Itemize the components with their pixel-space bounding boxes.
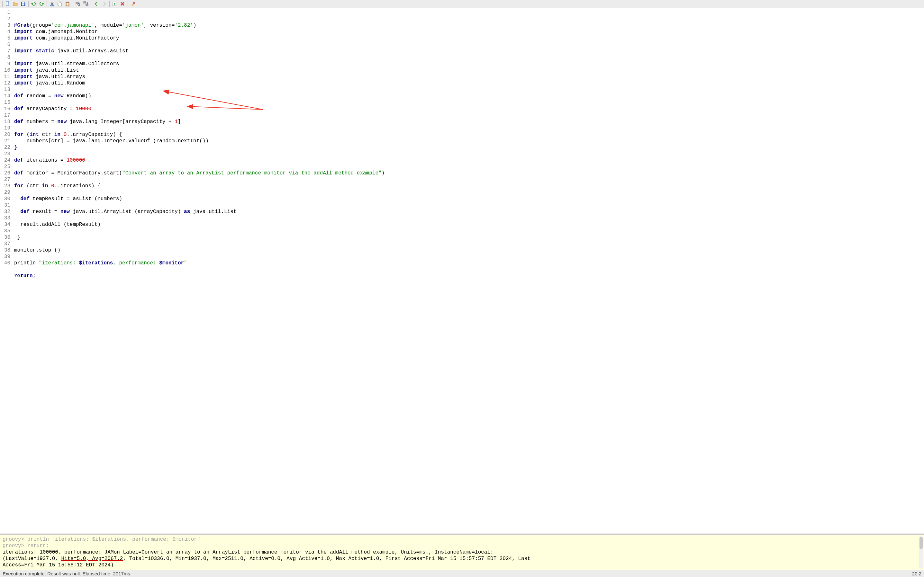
code-line[interactable]: import java.util.stream.Collectors: [14, 61, 922, 67]
code-line[interactable]: [14, 164, 922, 170]
output-echo-line: groovy> return;: [3, 543, 921, 549]
svg-rect-9: [66, 2, 68, 3]
code-line[interactable]: [14, 42, 922, 48]
code-line[interactable]: [14, 253, 922, 260]
output-result-line: (LastValue=1937.0, Hits=5.0, Avg=2067.2,…: [3, 556, 921, 562]
code-line[interactable]: return;: [14, 273, 922, 279]
code-line[interactable]: import com.jamonapi.MonitorFactory: [14, 35, 922, 42]
code-line[interactable]: [14, 215, 922, 221]
redo-button[interactable]: [38, 1, 45, 7]
line-number: 7: [3, 48, 10, 54]
code-line[interactable]: def tempResult = asList (numbers): [14, 196, 922, 202]
line-gutter: 1234567891011121314151617181920212223242…: [0, 8, 12, 533]
code-area[interactable]: @Grab(group='com.jamonapi', module='jamo…: [12, 8, 924, 533]
line-number: 33: [3, 215, 10, 221]
line-number: 37: [3, 241, 10, 247]
code-line[interactable]: def iterations = 100000: [14, 157, 922, 164]
copy-button[interactable]: [56, 1, 63, 7]
output-panel[interactable]: groovy> println "iterations: $iterations…: [0, 535, 924, 570]
code-line[interactable]: def result = new java.util.ArrayList (ar…: [14, 208, 922, 215]
code-line[interactable]: [14, 202, 922, 208]
run-button[interactable]: [111, 1, 118, 7]
line-number: 38: [3, 247, 10, 253]
line-number: 18: [3, 119, 10, 125]
code-line[interactable]: monitor.stop (): [14, 247, 922, 253]
line-number: 4: [3, 29, 10, 35]
line-number: 30: [3, 196, 10, 202]
line-number: 25: [3, 164, 10, 170]
code-line[interactable]: [14, 151, 922, 157]
line-number: 35: [3, 228, 10, 234]
code-line[interactable]: import com.jamonapi.Monitor: [14, 29, 922, 35]
history-forward-button[interactable]: [101, 1, 108, 7]
code-line[interactable]: [14, 86, 922, 93]
code-line[interactable]: [14, 54, 922, 61]
code-line[interactable]: }: [14, 144, 922, 151]
code-line[interactable]: def arrayCapacity = 10000: [14, 106, 922, 112]
code-line[interactable]: def monitor = MonitorFactory.start("Conv…: [14, 170, 922, 176]
code-line[interactable]: }: [14, 234, 922, 241]
line-number: 28: [3, 183, 10, 189]
code-line[interactable]: [14, 99, 922, 106]
output-echo-line: groovy> println "iterations: $iterations…: [3, 536, 921, 543]
svg-rect-14: [84, 2, 86, 3]
line-number: 14: [3, 93, 10, 99]
code-line[interactable]: [14, 266, 922, 273]
new-file-button[interactable]: [4, 1, 11, 7]
code-line[interactable]: println "iterations: $iterations, perfor…: [14, 260, 922, 266]
code-line[interactable]: [14, 112, 922, 119]
history-back-button[interactable]: [93, 1, 100, 7]
cut-button[interactable]: [48, 1, 56, 7]
code-line[interactable]: def random = new Random(): [14, 93, 922, 99]
code-line[interactable]: import java.util.Arrays: [14, 74, 922, 80]
code-line[interactable]: @Grab(group='com.jamonapi', module='jamo…: [14, 22, 922, 29]
stop-button[interactable]: [119, 1, 126, 7]
replace-button[interactable]: [82, 1, 89, 7]
code-line[interactable]: [14, 125, 922, 131]
line-number: 3: [3, 22, 10, 29]
svg-rect-7: [59, 3, 61, 6]
code-line[interactable]: def numbers = new java.lang.Integer[arra…: [14, 119, 922, 125]
code-line[interactable]: [14, 176, 922, 183]
line-number: 34: [3, 221, 10, 228]
output-scrollbar[interactable]: [919, 536, 923, 569]
clear-button[interactable]: [129, 1, 137, 7]
line-number: 6: [3, 42, 10, 48]
line-number: 29: [3, 189, 10, 196]
line-number: 5: [3, 35, 10, 42]
line-number: 22: [3, 144, 10, 151]
line-number: 2: [3, 16, 10, 22]
code-line[interactable]: for (int ctr in 0..arrayCapacity) {: [14, 131, 922, 138]
svg-rect-15: [86, 4, 88, 6]
code-line[interactable]: import static java.util.Arrays.asList: [14, 48, 922, 54]
status-bar: Execution complete. Result was null. Ela…: [0, 570, 924, 577]
code-line[interactable]: for (ctr in 0..iterations) {: [14, 183, 922, 189]
code-line[interactable]: import java.util.Random: [14, 80, 922, 86]
line-number: 16: [3, 106, 10, 112]
line-number: 24: [3, 157, 10, 164]
code-line[interactable]: [14, 228, 922, 234]
save-button[interactable]: [19, 1, 27, 7]
line-number: 31: [3, 202, 10, 208]
line-number: 36: [3, 234, 10, 241]
line-number: 8: [3, 54, 10, 61]
line-number: 13: [3, 86, 10, 93]
line-number: 20: [3, 131, 10, 138]
paste-button[interactable]: [64, 1, 71, 7]
line-number: 26: [3, 170, 10, 176]
undo-button[interactable]: [30, 1, 37, 7]
svg-line-13: [79, 5, 81, 6]
code-line[interactable]: import java.util.List: [14, 67, 922, 74]
code-line[interactable]: [14, 241, 922, 247]
code-line[interactable]: numbers[ctr] = java.lang.Integer.valueOf…: [14, 138, 922, 144]
svg-point-4: [50, 5, 52, 6]
editor-panel[interactable]: 1234567891011121314151617181920212223242…: [0, 8, 924, 533]
open-file-button[interactable]: [12, 1, 19, 7]
line-number: 1: [3, 9, 10, 16]
code-line[interactable]: [14, 189, 922, 196]
find-button[interactable]: [74, 1, 82, 7]
line-number: 21: [3, 138, 10, 144]
line-number: 40: [3, 260, 10, 266]
code-line[interactable]: result.addAll (tempResult): [14, 221, 922, 228]
line-number: 10: [3, 67, 10, 74]
